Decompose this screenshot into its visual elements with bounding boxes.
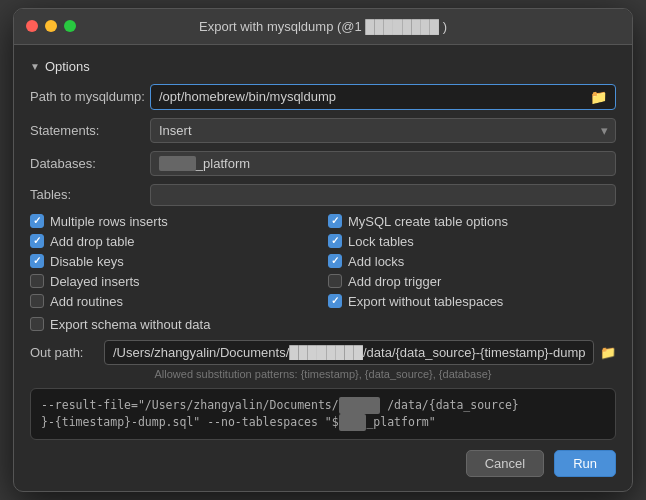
statements-label: Statements: bbox=[30, 123, 150, 138]
checkbox-add-routines-box[interactable] bbox=[30, 294, 44, 308]
minimize-button[interactable] bbox=[45, 20, 57, 32]
path-label: Path to mysqldump: bbox=[30, 89, 150, 104]
close-button[interactable] bbox=[26, 20, 38, 32]
checkbox-lock-tables-label: Lock tables bbox=[348, 234, 414, 249]
statements-row: Statements: Insert Insert Ignore Replace… bbox=[30, 118, 616, 143]
checkbox-multiple-rows-box[interactable] bbox=[30, 214, 44, 228]
options-section-header[interactable]: ▼ Options bbox=[30, 59, 616, 74]
checkbox-disable-keys[interactable]: Disable keys bbox=[30, 254, 318, 269]
checkbox-mysql-create[interactable]: MySQL create table options bbox=[328, 214, 616, 229]
checkbox-export-without-tablespaces[interactable]: Export without tablespaces bbox=[328, 294, 616, 309]
checkbox-add-locks-label: Add locks bbox=[348, 254, 404, 269]
tables-row: Tables: bbox=[30, 184, 616, 206]
titlebar: Export with mysqldump (@1 ████████ ) bbox=[14, 9, 632, 45]
tables-input[interactable] bbox=[150, 184, 616, 206]
path-input-wrapper: 📁 bbox=[150, 84, 616, 110]
checkbox-add-drop-trigger[interactable]: Add drop trigger bbox=[328, 274, 616, 289]
outpath-input[interactable] bbox=[104, 340, 594, 365]
content-area: ▼ Options Path to mysqldump: 📁 Statement… bbox=[14, 45, 632, 492]
export-dialog: Export with mysqldump (@1 ████████ ) ▼ O… bbox=[13, 8, 633, 493]
outpath-section: Out path: 📁 Allowed substitution pattern… bbox=[30, 340, 616, 380]
checkbox-add-drop-trigger-box[interactable] bbox=[328, 274, 342, 288]
databases-label: Databases: bbox=[30, 156, 150, 171]
checkbox-multiple-rows[interactable]: Multiple rows inserts bbox=[30, 214, 318, 229]
traffic-lights bbox=[26, 20, 76, 32]
checkbox-export-without-tablespaces-box[interactable] bbox=[328, 294, 342, 308]
schema-checkbox-box[interactable] bbox=[30, 317, 44, 331]
outpath-row: Out path: 📁 bbox=[30, 340, 616, 365]
options-label: Options bbox=[45, 59, 90, 74]
checkboxes-grid: Multiple rows inserts MySQL create table… bbox=[30, 214, 616, 309]
checkbox-add-drop-trigger-label: Add drop trigger bbox=[348, 274, 441, 289]
folder-icon[interactable]: 📁 bbox=[590, 89, 607, 105]
checkbox-add-locks[interactable]: Add locks bbox=[328, 254, 616, 269]
folder-browse-icon[interactable]: 📁 bbox=[600, 345, 616, 360]
maximize-button[interactable] bbox=[64, 20, 76, 32]
checkbox-delayed-inserts-label: Delayed inserts bbox=[50, 274, 140, 289]
databases-row: Databases: ████_platform bbox=[30, 151, 616, 176]
schema-checkbox-label: Export schema without data bbox=[50, 317, 210, 332]
command-box: --result-file="/Users/zhangyalin/Documen… bbox=[30, 388, 616, 441]
checkbox-lock-tables-box[interactable] bbox=[328, 234, 342, 248]
databases-value: ████_platform bbox=[150, 151, 616, 176]
checkbox-disable-keys-box[interactable] bbox=[30, 254, 44, 268]
checkbox-disable-keys-label: Disable keys bbox=[50, 254, 124, 269]
db-blurred: ████ bbox=[159, 156, 196, 171]
checkbox-delayed-inserts-box[interactable] bbox=[30, 274, 44, 288]
cancel-button[interactable]: Cancel bbox=[466, 450, 544, 477]
schema-check-row[interactable]: Export schema without data bbox=[30, 317, 616, 332]
chevron-down-icon: ▼ bbox=[30, 61, 40, 72]
footer: Cancel Run bbox=[30, 450, 616, 479]
checkbox-add-routines[interactable]: Add routines bbox=[30, 294, 318, 309]
command-text: --result-file="/Users/zhangyalin/Documen… bbox=[41, 398, 519, 429]
run-button[interactable]: Run bbox=[554, 450, 616, 477]
path-row: Path to mysqldump: 📁 bbox=[30, 84, 616, 110]
checkbox-add-drop-table[interactable]: Add drop table bbox=[30, 234, 318, 249]
checkbox-multiple-rows-label: Multiple rows inserts bbox=[50, 214, 168, 229]
checkbox-add-locks-box[interactable] bbox=[328, 254, 342, 268]
tables-label: Tables: bbox=[30, 187, 150, 202]
checkbox-add-drop-table-box[interactable] bbox=[30, 234, 44, 248]
path-input[interactable] bbox=[159, 89, 590, 104]
checkbox-mysql-create-box[interactable] bbox=[328, 214, 342, 228]
outpath-label: Out path: bbox=[30, 345, 98, 360]
checkbox-export-without-tablespaces-label: Export without tablespaces bbox=[348, 294, 503, 309]
checkbox-add-drop-table-label: Add drop table bbox=[50, 234, 135, 249]
checkbox-add-routines-label: Add routines bbox=[50, 294, 123, 309]
window-title: Export with mysqldump (@1 ████████ ) bbox=[199, 19, 447, 34]
checkbox-mysql-create-label: MySQL create table options bbox=[348, 214, 508, 229]
outpath-hint: Allowed substitution patterns: {timestam… bbox=[30, 368, 616, 380]
statements-select-wrapper: Insert Insert Ignore Replace ▾ bbox=[150, 118, 616, 143]
checkbox-lock-tables[interactable]: Lock tables bbox=[328, 234, 616, 249]
checkbox-delayed-inserts[interactable]: Delayed inserts bbox=[30, 274, 318, 289]
statements-select[interactable]: Insert Insert Ignore Replace bbox=[150, 118, 616, 143]
